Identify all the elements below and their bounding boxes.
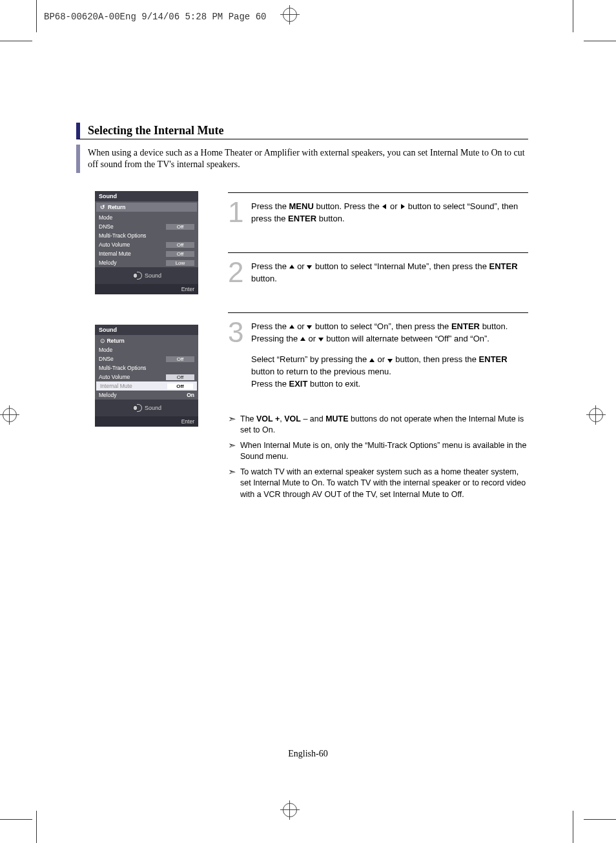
note-text: The VOL +, VOL – and MUTE buttons do not… (240, 414, 528, 436)
up-arrow-icon (289, 324, 295, 330)
text-bold: ENTER (489, 261, 517, 271)
text: button, then press the (393, 354, 479, 364)
osd-label: Mode (99, 214, 112, 221)
bullet-icon: ➣ (228, 414, 236, 436)
osd-enter-label: Enter (181, 286, 194, 292)
page-content: Selecting the Internal Mute When using a… (76, 123, 528, 500)
text: or (306, 334, 318, 343)
text-bold: ENTER (451, 321, 480, 331)
text-bold: VOL + (256, 414, 280, 423)
osd-value: Off (166, 356, 194, 362)
text-bold: MENU (289, 201, 314, 211)
osd-value: On (187, 392, 194, 398)
osd-value: Low (166, 260, 194, 266)
osd-row-auto: Auto VolumeOff (95, 372, 198, 381)
right-arrow-icon (400, 204, 406, 210)
registration-mark-icon (3, 408, 17, 422)
svg-marker-2 (289, 265, 294, 269)
svg-marker-3 (307, 265, 312, 269)
osd-label: Internal Mute (99, 250, 131, 257)
down-arrow-icon (307, 324, 313, 330)
osd-label: Auto Volume (99, 241, 130, 248)
osd-row-internal-selected: Internal MuteOff (96, 381, 197, 391)
osd-label: DNSe (99, 223, 114, 230)
osd-title: Sound (95, 325, 198, 335)
osd-label: Mode (99, 347, 112, 353)
left-arrow-icon (382, 204, 387, 210)
text: button will alternate between “Off” and … (324, 334, 489, 343)
crop-mark (0, 41, 32, 41)
osd-value: Off (166, 242, 194, 248)
osd-icon-label: Sound (145, 405, 161, 411)
note-3: ➣ To watch TV with an external speaker s… (228, 467, 528, 501)
step-number: 1 (228, 201, 245, 223)
osd-icon-label: Sound (145, 272, 161, 279)
text-bold: EXIT (289, 379, 308, 389)
return-icon: ⊙ (100, 338, 105, 344)
text-bold: ENTER (479, 354, 508, 364)
osd-row-mode: Mode (95, 345, 198, 354)
osd-label: Multi-Track Options (99, 365, 146, 371)
bullet-icon: ➣ (228, 440, 236, 463)
osd-label: Melody (99, 392, 116, 398)
text-bold: ENTER (288, 214, 316, 223)
osd-row-melody: MelodyOn (95, 391, 198, 400)
crop-mark (36, 811, 37, 843)
title-bar: Selecting the Internal Mute (76, 123, 528, 139)
osd-value: Off (166, 224, 194, 230)
osd-label: DNSe (99, 356, 114, 362)
osd-label: Auto Volume (99, 374, 130, 380)
note-text: To watch TV with an external speaker sys… (240, 467, 528, 501)
step-3: 3 Press the or button to select “On”, th… (228, 312, 528, 410)
registration-mark-icon (283, 8, 297, 22)
step-1: 1 Press the MENU button. Press the or bu… (228, 192, 528, 252)
step-text: Press the or button to select “Internal … (251, 261, 528, 294)
svg-marker-5 (307, 325, 312, 329)
step-text: Press the or button to select “On”, then… (251, 321, 528, 400)
text-bold: VOL (284, 414, 301, 423)
step-text: Press the MENU button. Press the or butt… (251, 201, 528, 234)
text: or (375, 354, 387, 364)
crop-mark (584, 819, 616, 820)
osd-return-label: Return (107, 338, 124, 344)
note-2: ➣ When Internal Mute is on, only the “Mu… (228, 440, 528, 463)
step-number: 3 (228, 321, 245, 343)
down-arrow-icon (318, 336, 324, 342)
text: or (387, 201, 400, 211)
crop-mark (584, 41, 616, 41)
osd-label: Multi-Track Options (99, 232, 146, 239)
text: button to select “On”, then press the (313, 321, 451, 331)
svg-marker-9 (387, 359, 393, 363)
svg-marker-7 (318, 338, 323, 341)
svg-marker-1 (401, 204, 405, 209)
text: Press the (251, 201, 289, 211)
osd-row-multi: Multi-Track Options (95, 231, 198, 240)
osd-title: Sound (95, 191, 198, 201)
osd-return-row: ↺Return (96, 203, 197, 212)
osd-menu-2: Sound ⊙ Return Mode DNSeOff Multi-Track … (95, 325, 198, 427)
osd-row-multi: Multi-Track Options (95, 363, 198, 372)
text: Press the (251, 321, 289, 331)
up-arrow-icon (300, 336, 306, 342)
osd-value: Off (166, 251, 194, 257)
text: button. (316, 214, 344, 223)
osd-row-internal: Internal MuteOff (95, 249, 198, 258)
text: Press the (251, 379, 289, 389)
osd-icon-row: Sound (95, 400, 198, 416)
osd-row-dnse: DNSeOff (95, 354, 198, 363)
note-text: When Internal Mute is on, only the “Mult… (240, 440, 528, 463)
down-arrow-icon (387, 358, 393, 363)
osd-icon-row: Sound (95, 267, 198, 284)
osd-enter-label: Enter (181, 418, 194, 425)
osd-footer: Enter (95, 416, 198, 427)
down-arrow-icon (307, 264, 313, 270)
page-title: Selecting the Internal Mute (88, 124, 223, 137)
crop-mark (0, 819, 32, 820)
osd-label: Melody (99, 259, 116, 266)
note-1: ➣ The VOL +, VOL – and MUTE buttons do n… (228, 414, 528, 436)
intro-block: When using a device such as a Home Theat… (76, 145, 528, 173)
svg-marker-4 (289, 325, 294, 329)
speaker-icon (132, 403, 141, 412)
step-2: 2 Press the or button to select “Interna… (228, 252, 528, 312)
step-number: 2 (228, 261, 245, 283)
